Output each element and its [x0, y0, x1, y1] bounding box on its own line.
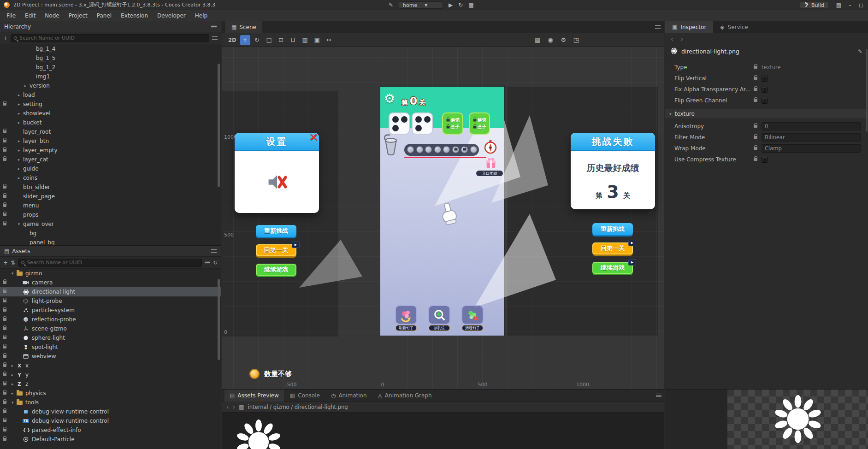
hierarchy-node-row[interactable]: ▸version — [0, 81, 221, 90]
expand-arrow-icon[interactable]: ▸ — [9, 372, 16, 377]
forward-icon[interactable]: › — [681, 35, 684, 43]
hierarchy-node-row[interactable]: ▸layer_empty — [0, 146, 221, 155]
lock-icon[interactable] — [446, 126, 449, 128]
lock-icon[interactable] — [754, 147, 757, 150]
assets-search-input[interactable]: Search Name or UUID — [18, 259, 202, 267]
expand-arrow-icon[interactable]: ▸ — [9, 391, 16, 396]
add-asset-button[interactable]: + — [3, 260, 8, 266]
lock-icon[interactable] — [3, 392, 6, 395]
expand-arrow-icon[interactable]: ▸ — [16, 176, 22, 180]
forward-icon[interactable]: › — [233, 403, 236, 411]
lock-icon[interactable] — [754, 88, 757, 91]
expand-arrow-icon[interactable]: ▾ — [9, 400, 16, 405]
hierarchy-node-row[interactable]: btn_silder — [0, 183, 221, 192]
lock-icon[interactable] — [3, 364, 6, 367]
expand-arrow-icon[interactable]: ▸ — [22, 83, 29, 88]
filter-icon[interactable] — [205, 261, 210, 265]
value-select[interactable]: Bilinear — [762, 133, 861, 142]
expand-arrow-icon[interactable]: ▸ — [16, 148, 22, 153]
game-action-button[interactable]: 刷新钉子 — [393, 305, 419, 331]
lock-icon[interactable] — [3, 309, 6, 312]
scene-select-dropdown[interactable]: home ▾ — [399, 1, 443, 9]
lock-icon[interactable] — [3, 130, 6, 133]
lock-icon[interactable] — [3, 419, 6, 422]
expand-arrow-icon[interactable]: ▾ — [9, 271, 16, 276]
game-action-button[interactable]: 清理钉子 — [460, 305, 485, 331]
tab-service[interactable]: ◈Service — [713, 21, 755, 33]
back-icon[interactable]: ‹ — [226, 403, 229, 411]
lock-icon[interactable] — [3, 158, 6, 161]
hierarchy-node-row[interactable]: layer_root — [0, 127, 221, 136]
unlock-box-button[interactable]: 解锁盒子 — [442, 112, 463, 135]
hierarchy-node-row[interactable]: ▸setting — [0, 100, 221, 109]
union-tool[interactable]: ⊔ — [288, 35, 298, 45]
lock-icon[interactable] — [754, 158, 757, 161]
hierarchy-node-row[interactable]: ▸guide — [0, 164, 221, 173]
yellow-game-button[interactable]: 回第一关▶ — [592, 242, 633, 254]
asset-row[interactable]: ▸Xx — [0, 361, 221, 370]
asset-row[interactable]: particle-system — [0, 306, 221, 315]
checkbox[interactable] — [762, 98, 768, 104]
checkbox[interactable] — [762, 87, 768, 93]
hole-box[interactable] — [389, 112, 410, 135]
lock-icon[interactable] — [754, 136, 757, 139]
lock-icon[interactable] — [3, 195, 6, 198]
game-action-button[interactable]: 加孔位 — [426, 305, 452, 331]
sort-icon[interactable]: ⇅ — [11, 260, 15, 266]
value-select[interactable]: Clamp — [762, 144, 861, 153]
asset-row[interactable]: directional-light — [0, 287, 221, 296]
asset-row[interactable]: scene-gizmo — [0, 324, 221, 333]
asset-row[interactable]: ▸Zz — [0, 379, 221, 389]
expand-arrow-icon[interactable]: ▾ — [16, 222, 22, 226]
back-icon[interactable]: ‹ — [671, 35, 673, 43]
menu-panel[interactable]: Panel — [92, 10, 116, 21]
asset-row[interactable]: Default-Particle — [0, 435, 221, 444]
fullscreen[interactable]: ◳ — [571, 35, 581, 45]
lock-icon[interactable] — [3, 140, 6, 142]
gift-icon[interactable] — [484, 157, 497, 171]
minimize-button[interactable]: – — [849, 2, 851, 8]
refresh-button[interactable]: ↻ — [458, 2, 463, 8]
blue-game-button[interactable]: 重新挑战 — [592, 223, 633, 235]
grid-view[interactable]: ▦ — [532, 35, 543, 45]
lock-icon[interactable] — [3, 103, 6, 106]
asset-row[interactable]: webview — [0, 352, 221, 361]
lock-icon[interactable] — [754, 99, 757, 102]
scene-viewport[interactable]: 10005000 -50005001000 ⚙ 第 0 关 解锁盒子解锁盒子 — [222, 47, 664, 389]
yellow-game-button[interactable]: 回第一关▶ — [256, 244, 296, 256]
menu-developer[interactable]: Developer — [153, 10, 190, 21]
asset-row[interactable]: camera — [0, 278, 221, 287]
expand-arrow-icon[interactable]: ▸ — [16, 166, 22, 171]
range-tool[interactable]: ↔ — [324, 35, 334, 45]
asset-row[interactable]: TSdebug-view-runtime-control — [0, 416, 221, 425]
assets-scrollbar[interactable] — [218, 279, 220, 360]
hierarchy-node-row[interactable]: props — [0, 210, 221, 219]
layout-grid-icon[interactable]: ▦ — [468, 2, 473, 8]
hierarchy-node-row[interactable]: slider_page — [0, 192, 221, 201]
lock-icon[interactable] — [3, 149, 6, 152]
lock-icon[interactable] — [3, 318, 6, 321]
expand-arrow-icon[interactable]: ▸ — [16, 157, 22, 162]
asset-row[interactable]: ▸Yy — [0, 370, 221, 379]
lock-icon[interactable] — [3, 401, 6, 404]
asset-row[interactable]: debug-view-runtime-control — [0, 407, 221, 416]
asset-row[interactable]: ▾gizmo — [0, 269, 221, 278]
hierarchy-node-row[interactable]: ▾game_over — [0, 219, 221, 229]
asset-row[interactable]: spot-light — [0, 343, 221, 352]
pen-icon[interactable]: ✎ — [389, 2, 393, 8]
close-icon[interactable]: ✕ — [309, 132, 318, 143]
sound-off-icon[interactable] — [266, 173, 288, 191]
hierarchy-node-row[interactable]: menu — [0, 201, 221, 210]
menu-project[interactable]: Project — [64, 10, 92, 21]
expand-arrow-icon[interactable]: ▸ — [9, 363, 16, 368]
texture-section-header[interactable]: ▾ texture — [665, 109, 868, 119]
lock-icon[interactable] — [3, 438, 6, 441]
menu-help[interactable]: Help — [190, 10, 212, 21]
menu-extension[interactable]: Extension — [116, 10, 153, 21]
play-button[interactable]: ▶ — [449, 2, 453, 8]
hierarchy-scrollbar[interactable] — [218, 64, 220, 187]
blue-game-button[interactable]: 重新挑战 — [256, 225, 296, 237]
hierarchy-node-row[interactable]: bg_1_4 — [0, 44, 221, 53]
inspector-scrollbar[interactable] — [866, 49, 868, 132]
lock-icon[interactable] — [754, 77, 757, 80]
